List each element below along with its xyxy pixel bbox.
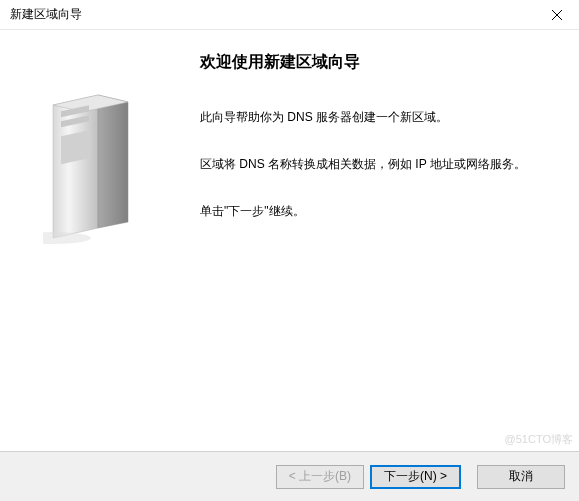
watermark-text: @51CTO博客 xyxy=(505,432,573,447)
svg-marker-2 xyxy=(53,95,98,238)
text-panel: 欢迎使用新建区域向导 此向导帮助你为 DNS 服务器创建一个新区域。 区域将 D… xyxy=(180,30,579,450)
welcome-heading: 欢迎使用新建区域向导 xyxy=(200,52,549,73)
svg-marker-3 xyxy=(98,95,128,228)
intro-paragraph-2: 区域将 DNS 名称转换成相关数据，例如 IP 地址或网络服务。 xyxy=(200,155,549,174)
svg-rect-7 xyxy=(61,130,89,164)
window-title: 新建区域向导 xyxy=(10,6,82,23)
intro-paragraph-3: 单击"下一步"继续。 xyxy=(200,202,549,221)
back-button[interactable]: < 上一步(B) xyxy=(276,465,364,489)
server-tower-icon xyxy=(43,90,138,245)
svg-point-8 xyxy=(43,232,91,244)
intro-paragraph-1: 此向导帮助你为 DNS 服务器创建一个新区域。 xyxy=(200,108,549,127)
image-panel xyxy=(0,30,180,450)
wizard-content: 欢迎使用新建区域向导 此向导帮助你为 DNS 服务器创建一个新区域。 区域将 D… xyxy=(0,30,579,450)
close-icon xyxy=(552,10,562,20)
titlebar: 新建区域向导 xyxy=(0,0,579,30)
cancel-button[interactable]: 取消 xyxy=(477,465,565,489)
next-button[interactable]: 下一步(N) > xyxy=(370,465,461,489)
button-bar: < 上一步(B) 下一步(N) > 取消 xyxy=(0,451,579,501)
close-button[interactable] xyxy=(534,0,579,30)
